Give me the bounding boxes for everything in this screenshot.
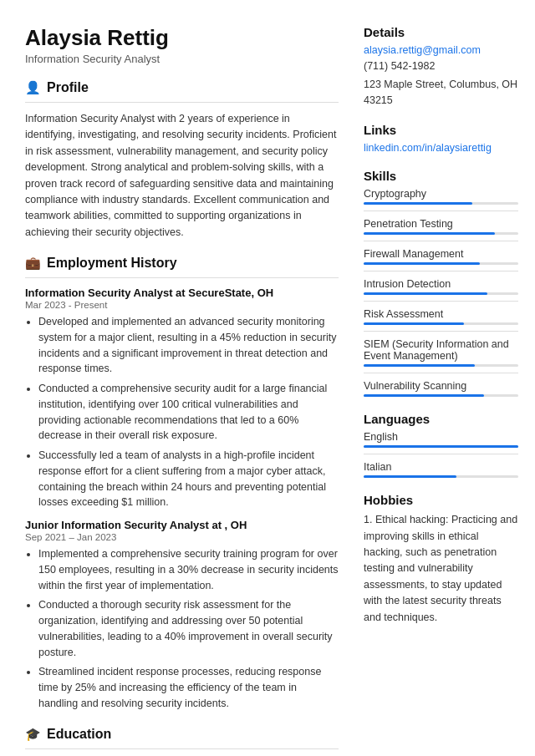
skill-risk-bar-fill <box>364 322 464 325</box>
skill-cryptography-name: Cryptography <box>364 188 518 200</box>
person-subtitle: Information Security Analyst <box>25 53 339 65</box>
job-1-bullet-2: Conducted a comprehensive security audit… <box>38 381 339 444</box>
profile-section-title: 👤 Profile <box>25 80 339 95</box>
skill-intrusion-bar-bg <box>364 292 518 295</box>
email-link[interactable]: alaysia.rettig@gmail.com <box>364 44 518 56</box>
person-name: Alaysia Rettig <box>25 25 339 51</box>
hobbies-title: Hobbies <box>364 493 518 507</box>
profile-section: 👤 Profile Information Security Analyst w… <box>25 80 339 241</box>
job-1-bullet-1: Developed and implemented an advanced se… <box>38 314 339 377</box>
skills-section: Skills Cryptography Penetration Testing … <box>364 169 518 397</box>
skill-cryptography-bar-fill <box>364 202 472 205</box>
linkedin-link[interactable]: linkedin.com/in/alaysiarettig <box>364 142 518 154</box>
skill-vuln: Vulnerability Scanning <box>364 380 518 397</box>
job-2-bullets: Implemented a comprehensive security tra… <box>25 546 339 712</box>
skill-cryptography-bar-bg <box>364 202 518 205</box>
hobbies-section: Hobbies 1. Ethical hacking: Practicing a… <box>364 493 518 626</box>
job-2: Junior Information Security Analyst at ,… <box>25 519 339 712</box>
skill-vuln-name: Vulnerability Scanning <box>364 380 518 392</box>
lang-italian: Italian <box>364 461 518 478</box>
skill-vuln-bar-bg <box>364 394 518 397</box>
job-1-bullet-3: Successfully led a team of analysts in a… <box>38 448 339 510</box>
skill-firewall-bar-bg <box>364 262 518 265</box>
skill-firewall-name: Firewall Management <box>364 248 518 260</box>
skill-risk-name: Risk Assessment <box>364 308 518 320</box>
profile-text: Information Security Analyst with 2 year… <box>25 111 339 241</box>
left-column: Alaysia Rettig Information Security Anal… <box>25 25 339 756</box>
job-2-bullet-1: Implemented a comprehensive security tra… <box>38 546 339 593</box>
skill-penetration-name: Penetration Testing <box>364 218 518 230</box>
skill-intrusion-bar-fill <box>364 292 487 295</box>
skill-penetration-bar-bg <box>364 232 518 235</box>
skill-firewall-bar-fill <box>364 262 480 265</box>
languages-section: Languages English Italian <box>364 412 518 478</box>
links-section: Links linkedin.com/in/alaysiarettig <box>364 123 518 154</box>
job-1-title: Information Security Analyst at SecureSt… <box>25 287 339 299</box>
job-2-dates: Sep 2021 – Jan 2023 <box>25 532 339 542</box>
employment-section-title: 💼 Employment History <box>25 256 339 271</box>
lang-english: English <box>364 431 518 448</box>
links-title: Links <box>364 123 518 137</box>
job-2-bullet-3: Streamlined incident response processes,… <box>38 664 339 711</box>
skill-vuln-bar-fill <box>364 394 484 397</box>
education-icon: 🎓 <box>25 727 41 742</box>
lang-english-bar-fill <box>364 445 518 448</box>
education-section: 🎓 Education Bachelor of Science in Cyber… <box>25 727 339 757</box>
lang-italian-name: Italian <box>364 461 518 473</box>
phone-text: (711) 542-1982 <box>364 58 518 74</box>
details-section: Details alaysia.rettig@gmail.com (711) 5… <box>364 25 518 108</box>
skill-penetration: Penetration Testing <box>364 218 518 235</box>
skill-siem-bar-fill <box>364 364 475 367</box>
education-section-title: 🎓 Education <box>25 727 339 742</box>
profile-icon: 👤 <box>25 80 41 95</box>
job-1-bullets: Developed and implemented an advanced se… <box>25 314 339 510</box>
skill-firewall: Firewall Management <box>364 248 518 265</box>
details-title: Details <box>364 25 518 39</box>
job-2-title: Junior Information Security Analyst at ,… <box>25 519 339 531</box>
skill-cryptography: Cryptography <box>364 188 518 205</box>
lang-english-bar-bg <box>364 445 518 448</box>
lang-english-name: English <box>364 431 518 443</box>
job-1-dates: Mar 2023 - Present <box>25 300 339 310</box>
skill-siem-name: SIEM (Security Information and Event Man… <box>364 338 518 362</box>
hobbies-text: 1. Ethical hacking: Practicing and impro… <box>364 512 518 626</box>
skill-siem-bar-bg <box>364 364 518 367</box>
lang-italian-bar-bg <box>364 475 518 478</box>
right-column: Details alaysia.rettig@gmail.com (711) 5… <box>364 25 518 756</box>
employment-icon: 💼 <box>25 256 41 271</box>
employment-section: 💼 Employment History Information Securit… <box>25 256 339 712</box>
skill-intrusion-name: Intrusion Detection <box>364 278 518 290</box>
skill-penetration-bar-fill <box>364 232 495 235</box>
languages-title: Languages <box>364 412 518 426</box>
lang-italian-bar-fill <box>364 475 456 478</box>
skill-risk-bar-bg <box>364 322 518 325</box>
address-text: 123 Maple Street, Columbus, OH 43215 <box>364 77 518 109</box>
skills-title: Skills <box>364 169 518 183</box>
skill-intrusion: Intrusion Detection <box>364 278 518 295</box>
job-2-bullet-2: Conducted a thorough security risk asses… <box>38 597 339 660</box>
job-1: Information Security Analyst at SecureSt… <box>25 287 339 510</box>
skill-siem: SIEM (Security Information and Event Man… <box>364 338 518 367</box>
skill-risk: Risk Assessment <box>364 308 518 325</box>
